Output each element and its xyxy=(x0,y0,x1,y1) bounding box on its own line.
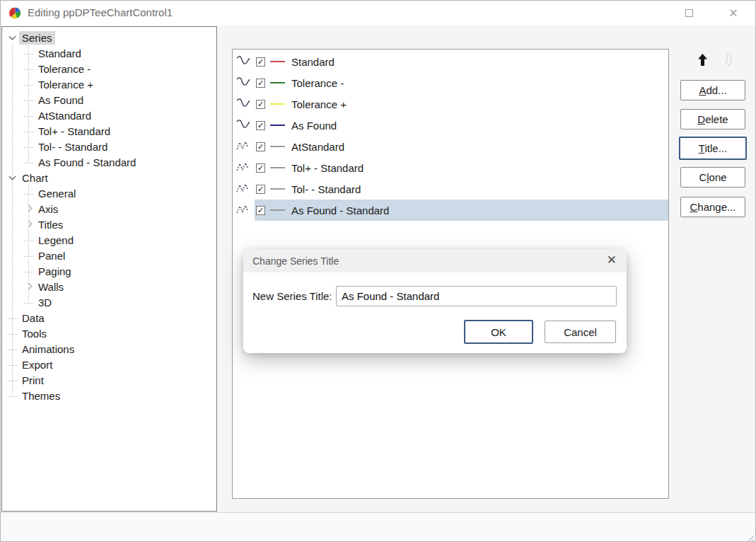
chevron-icon[interactable] xyxy=(23,202,35,215)
tree-item-label: Themes xyxy=(19,389,63,403)
tree-item[interactable]: Axis xyxy=(2,201,216,217)
series-label: As Found - Standard xyxy=(291,204,389,217)
chevron-icon[interactable] xyxy=(23,233,35,246)
add-series-button[interactable]: Add... xyxy=(680,80,745,100)
tree-item[interactable]: Chart xyxy=(2,170,216,185)
series-type-icon xyxy=(236,118,252,132)
series-checkbox[interactable]: ✓ xyxy=(256,185,265,194)
series-checkbox[interactable]: ✓ xyxy=(256,79,265,88)
series-checkbox[interactable]: ✓ xyxy=(256,206,265,215)
chevron-icon[interactable] xyxy=(23,218,35,231)
delete-series-button[interactable]: Delete xyxy=(680,109,745,129)
tree-item[interactable]: Walls xyxy=(2,279,216,294)
series-row[interactable]: ✓ Standard xyxy=(233,51,668,72)
series-row[interactable]: ✓ As Found - Standard xyxy=(233,200,668,221)
series-type-icon xyxy=(236,54,252,69)
series-row[interactable]: ✓ Tolerance + xyxy=(233,93,668,115)
series-type-icon xyxy=(236,97,252,111)
tree-item[interactable]: Tools xyxy=(2,325,216,341)
chevron-icon[interactable] xyxy=(6,389,19,402)
chevron-icon[interactable] xyxy=(23,187,35,200)
window-close-button[interactable]: ✕ xyxy=(717,1,750,25)
tree-item-label: Tolerance - xyxy=(35,62,93,76)
tree-item[interactable]: General xyxy=(2,185,216,201)
series-checkbox[interactable]: ✓ xyxy=(256,163,265,173)
series-checkbox[interactable]: ✓ xyxy=(256,121,265,130)
tree-item[interactable]: Tolerance - xyxy=(2,61,216,76)
chevron-icon[interactable] xyxy=(23,47,35,59)
maximize-button[interactable] xyxy=(673,1,705,25)
tree-item[interactable]: Series xyxy=(2,30,216,45)
series-row-body: ✓ Tolerance + xyxy=(255,93,668,115)
tree-item[interactable]: Legend xyxy=(2,232,216,248)
series-row-body: ✓ Tol+ - Standard xyxy=(255,157,668,178)
tree-item[interactable]: Data xyxy=(2,310,216,325)
tree-item[interactable]: Panel xyxy=(2,248,216,263)
tree-item[interactable]: As Found xyxy=(2,92,216,108)
move-up-button[interactable] xyxy=(693,50,711,69)
tree-item[interactable]: Standard xyxy=(2,45,216,61)
series-row-body: ✓ As Found - Standard xyxy=(255,200,668,221)
tree-item[interactable]: Tol+ - Standard xyxy=(2,123,216,139)
tree-item[interactable]: Tol- - Standard xyxy=(2,139,216,154)
change-series-button[interactable]: Change... xyxy=(680,197,745,217)
chevron-icon[interactable] xyxy=(23,249,35,262)
tree-item[interactable]: Titles xyxy=(2,217,216,232)
chevron-icon[interactable] xyxy=(6,327,19,340)
series-row[interactable]: ✓ As Found xyxy=(233,115,668,136)
series-checkbox[interactable]: ✓ xyxy=(256,57,265,67)
new-series-title-input[interactable] xyxy=(336,286,617,306)
series-list: ✓ Standard ✓ Tolerance - ✓ Tolerance + ✓… xyxy=(233,51,668,221)
chevron-icon[interactable] xyxy=(23,78,35,91)
tree-item-label: Tol- - Standard xyxy=(35,140,110,154)
chevron-icon[interactable] xyxy=(6,374,19,386)
series-row[interactable]: ✓ AtStandard xyxy=(233,136,668,157)
tree-item[interactable]: AtStandard xyxy=(2,108,216,123)
tree-item-label: Animations xyxy=(19,342,77,356)
tree-item[interactable]: Export xyxy=(2,357,216,372)
series-checkbox[interactable]: ✓ xyxy=(256,100,265,109)
series-row-body: ✓ Tol- - Standard xyxy=(255,178,668,200)
series-label: Tol- - Standard xyxy=(291,183,361,195)
tree-item[interactable]: Animations xyxy=(2,341,216,357)
chevron-icon[interactable] xyxy=(23,156,35,168)
series-row-body: ✓ AtStandard xyxy=(255,136,668,157)
chevron-icon[interactable] xyxy=(6,311,19,324)
dialog-close-button[interactable]: ✕ xyxy=(607,253,617,267)
chevron-icon[interactable] xyxy=(23,296,35,309)
resize-grip[interactable] xyxy=(746,534,755,542)
tree-item-label: Paging xyxy=(35,265,74,278)
title-series-button[interactable]: Title... xyxy=(679,137,747,160)
chevron-icon[interactable] xyxy=(6,171,19,184)
chevron-icon[interactable] xyxy=(6,358,19,371)
chevron-icon[interactable] xyxy=(23,93,35,106)
tree-item-label: As Found xyxy=(35,93,86,107)
ok-button[interactable]: OK xyxy=(464,320,533,344)
chevron-icon[interactable] xyxy=(6,342,19,355)
chevron-icon[interactable] xyxy=(23,109,35,122)
tree-item[interactable]: Paging xyxy=(2,263,216,279)
series-row[interactable]: ✓ Tolerance - xyxy=(233,72,668,93)
tree-item[interactable]: Print xyxy=(2,372,216,388)
chevron-icon[interactable] xyxy=(23,280,35,293)
series-checkbox[interactable]: ✓ xyxy=(256,142,265,151)
clone-series-button[interactable]: Clone xyxy=(680,167,745,188)
chevron-icon[interactable] xyxy=(6,31,19,44)
chevron-icon[interactable] xyxy=(23,265,35,277)
series-row-body: ✓ Standard xyxy=(255,51,668,72)
chevron-icon[interactable] xyxy=(23,125,35,137)
series-row[interactable]: ✓ Tol- - Standard xyxy=(233,178,668,200)
tree-item[interactable]: 3D xyxy=(2,294,216,310)
move-down-button[interactable] xyxy=(719,50,738,69)
tree-item[interactable]: Tolerance + xyxy=(2,76,216,92)
tree-item[interactable]: Themes xyxy=(2,388,216,403)
chevron-icon[interactable] xyxy=(23,140,35,153)
cancel-button[interactable]: Cancel xyxy=(545,321,616,343)
series-color-swatch xyxy=(270,209,285,211)
button-label: Title... xyxy=(699,142,727,154)
tree-item[interactable]: As Found - Standard xyxy=(2,154,216,170)
series-row[interactable]: ✓ Tol+ - Standard xyxy=(233,157,668,178)
chevron-icon[interactable] xyxy=(23,62,35,75)
series-label: Tolerance - xyxy=(291,77,344,89)
teechart-pie-icon xyxy=(9,7,21,19)
